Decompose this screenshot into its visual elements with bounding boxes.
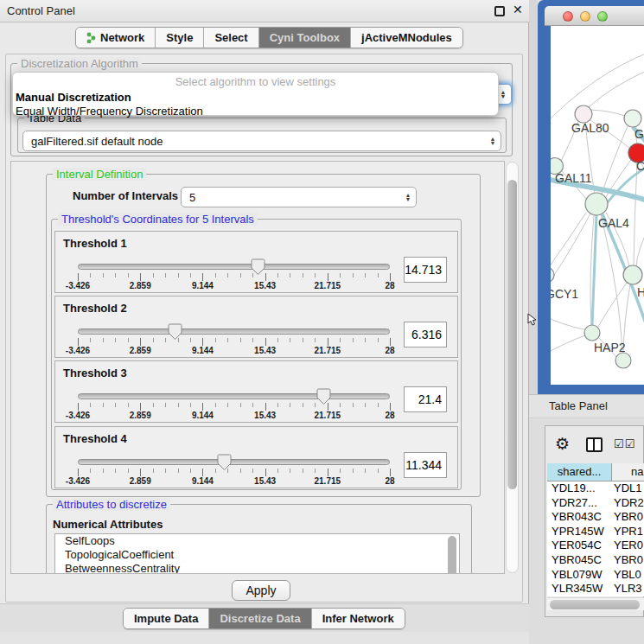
table-row[interactable]: YBR043CYBR0 <box>547 510 644 525</box>
column-layout-icon[interactable] <box>586 437 603 452</box>
tick-label: 9.144 <box>192 411 214 420</box>
threshold-panel-3: Threshold 3-3.4262.8599.14415.4321.71528… <box>54 360 458 423</box>
control-panel: Control Panel ✕ NetworkStyleSelectCyni T… <box>0 0 529 632</box>
tick-label: 28 <box>385 281 394 290</box>
apply-button[interactable]: Apply <box>232 580 290 601</box>
network-nodes[interactable] <box>551 105 644 368</box>
tick-label: 21.715 <box>315 476 341 486</box>
slider-thumb[interactable] <box>251 258 265 276</box>
column-header-name[interactable]: na <box>612 463 644 481</box>
slider-major-ticks <box>78 273 391 281</box>
table-row[interactable]: YBR045CYBR0 <box>547 553 644 568</box>
numerical-attributes-list[interactable]: SelfLoopsTopologicalCoefficientBetweenne… <box>54 533 460 574</box>
group-title: Discretization Algorithm <box>17 57 142 70</box>
dropdown-option-equal-width[interactable]: Equal Width/Frequency Discretization <box>13 104 498 118</box>
network-window-titlebar <box>545 6 644 26</box>
table-hscrollbar-track[interactable] <box>547 597 644 610</box>
close-traffic-light-icon[interactable] <box>563 11 573 22</box>
slider-track[interactable] <box>78 328 390 335</box>
node-gcy1[interactable] <box>551 267 554 283</box>
table-row[interactable]: YLR345WYLR3 <box>547 582 644 596</box>
node-label: GAL80 <box>571 121 609 135</box>
slider-thumb[interactable] <box>316 388 331 405</box>
settings-scrollpane: Interval Definition Number of Intervals … <box>10 161 505 574</box>
table-row[interactable]: YDR27...YDR2 <box>547 496 644 511</box>
table-row[interactable]: YPR145WYPR1 <box>547 525 644 539</box>
tick-label: -3.426 <box>66 281 90 290</box>
node-label: GCY1 <box>551 287 578 301</box>
tick-label: 21.715 <box>315 281 341 290</box>
group-title: Interval Definition <box>53 168 146 181</box>
tick-label: 2.859 <box>130 281 151 290</box>
node-hap2[interactable] <box>584 325 600 341</box>
tick-label: 2.859 <box>130 346 151 355</box>
tick-label: 2.859 <box>130 476 151 486</box>
attribute-item[interactable]: TopologicalCoefficient <box>55 548 459 562</box>
close-icon[interactable]: ✕ <box>513 3 523 16</box>
tick-label: 9.144 <box>192 346 214 355</box>
table-row[interactable]: YDL19...YDL1 <box>547 481 644 496</box>
threshold-panel-2: Threshold 2-3.4262.8599.14415.4321.71528… <box>54 296 458 358</box>
scrollbar-track[interactable] <box>506 162 519 573</box>
tick-label: 15.43 <box>254 346 276 355</box>
gear-icon[interactable]: ⚙ <box>555 434 570 454</box>
table-row[interactable]: YER054CYER0 <box>547 539 644 553</box>
tab-discretize-data[interactable]: Discretize Data <box>209 609 311 628</box>
table-data-combobox[interactable]: galFiltered.sif default node ▲▼ <box>22 131 501 151</box>
threshold-value-field[interactable]: 14.713 <box>404 257 447 283</box>
threshold-value-field[interactable]: 21.4 <box>404 386 447 412</box>
number-of-intervals-combobox[interactable]: 5 ▲▼ <box>181 187 417 207</box>
tick-label: 15.43 <box>254 476 276 486</box>
slider-track[interactable] <box>78 393 390 399</box>
column-header-shared[interactable]: shared... <box>547 463 612 481</box>
threshold-label: Threshold 2 <box>63 302 127 315</box>
tick-label: 28 <box>385 411 394 420</box>
node-gal80[interactable] <box>575 105 592 123</box>
tab-style[interactable]: Style <box>156 28 204 48</box>
attribute-item[interactable]: BetweennessCentrality <box>55 562 459 574</box>
tab-impute-data[interactable]: Impute Data <box>124 609 209 628</box>
tab-infer-network[interactable]: Infer Network <box>312 609 405 628</box>
group-title: Threshold's Coordinates for 5 Intervals <box>58 213 258 226</box>
threshold-label: Threshold 3 <box>63 367 127 379</box>
dropdown-option-manual[interactable]: Manual Discretization <box>13 90 498 104</box>
slider-major-ticks <box>78 338 391 346</box>
threshold-value-field[interactable]: 6.316 <box>404 322 447 348</box>
algorithm-dropdown-popup: Select algorithm to view settings Manual… <box>12 72 499 116</box>
slider-track[interactable] <box>78 264 390 270</box>
tab-select[interactable]: Select <box>204 28 258 48</box>
slider-track[interactable] <box>78 459 390 465</box>
tick-label: 28 <box>385 346 394 355</box>
node[interactable] <box>624 110 641 127</box>
bottom-tabbar: Impute DataDiscretize DataInfer Network <box>123 608 405 629</box>
zoom-traffic-light-icon[interactable] <box>597 11 608 22</box>
attribute-item[interactable]: SelfLoops <box>55 534 459 548</box>
node-table[interactable]: shared... na YDL19...YDL1YDR27...YDR2YBR… <box>547 463 644 596</box>
scrollbar-thumb[interactable] <box>507 180 517 489</box>
checkbox-filter-icons[interactable]: ☑☑ <box>614 437 635 450</box>
slider-thumb[interactable] <box>217 454 232 471</box>
tab-network[interactable]: Network <box>76 28 156 48</box>
table-row[interactable]: YBL079WYBL0 <box>547 568 644 583</box>
tab-cyni-toolbox[interactable]: Cyni Toolbox <box>259 28 351 48</box>
number-of-intervals-label: Number of Intervals <box>73 189 178 202</box>
threshold-panel-4: Threshold 4-3.4262.8599.14415.4321.71528… <box>54 426 458 488</box>
node[interactable] <box>623 265 642 284</box>
float-window-icon[interactable] <box>494 6 505 16</box>
combo-arrows-icon: ▲▼ <box>400 193 416 201</box>
tick-label: 15.43 <box>254 411 276 420</box>
table-hscrollbar-thumb[interactable] <box>550 600 640 609</box>
network-canvas[interactable]: GAL80GACGAL11GAL4GCY1HHAP2 <box>551 26 644 385</box>
slider-major-ticks <box>78 469 391 476</box>
dropdown-placeholder: Select algorithm to view settings <box>13 75 498 90</box>
tab-jactivemnodules[interactable]: jActiveMNodules <box>351 28 462 48</box>
slider-thumb[interactable] <box>168 323 182 341</box>
group-title: Attributes to discretize <box>53 498 170 511</box>
minimize-traffic-light-icon[interactable] <box>580 11 590 22</box>
node[interactable] <box>615 353 631 368</box>
node-gal4[interactable] <box>585 193 608 215</box>
tick-label: 21.715 <box>315 346 341 355</box>
threshold-value-field[interactable]: 11.344 <box>404 452 447 478</box>
node-label: GAL4 <box>598 216 629 230</box>
list-scrollbar[interactable] <box>448 536 456 574</box>
